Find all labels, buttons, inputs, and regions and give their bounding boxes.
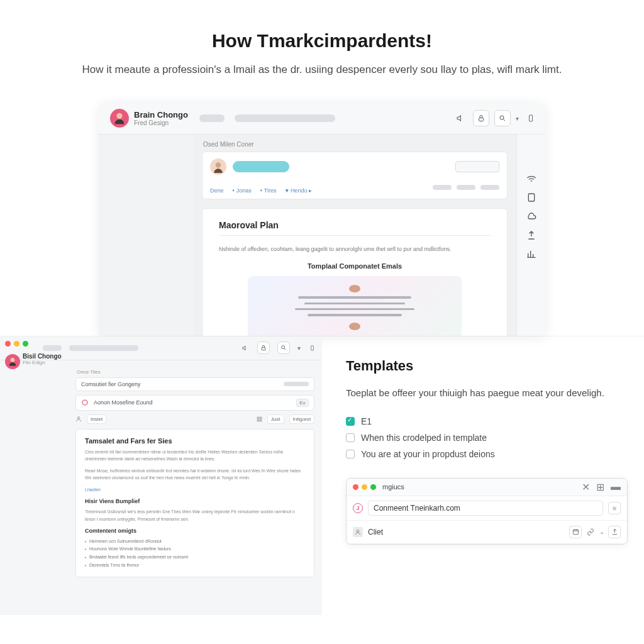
user-name: Brain Chongo (134, 110, 188, 119)
doc-body: Nshinde of offedien, coohtam, leang gage… (219, 245, 491, 253)
tab-link[interactable]: Dene (210, 187, 224, 194)
svg-rect-3 (530, 115, 533, 121)
checklist-item[interactable]: You are at your in propdust deions (346, 449, 628, 459)
doc-title: Tamsalet and Fars fer Sies (85, 437, 305, 445)
chart-icon[interactable] (526, 249, 536, 259)
svg-rect-15 (260, 419, 262, 421)
checkbox-icon[interactable] (346, 433, 355, 442)
svg-rect-14 (257, 419, 259, 421)
preview-avatar (349, 285, 360, 292)
app-header: Brain Chongo Fred Gesign (99, 103, 545, 135)
doc-section-title: Tomplaal Componatet Emals (219, 262, 491, 270)
svg-rect-7 (262, 348, 265, 350)
attach-button[interactable]: ≡ (608, 502, 621, 514)
tab-links: Dene • Jonas • Tires ♥ Hendo ▸ (210, 187, 312, 194)
search-button[interactable] (277, 341, 290, 354)
tab-link[interactable]: ♥ Hendo ▸ (286, 187, 313, 194)
checklist-item[interactable]: E1 (346, 416, 628, 426)
device-icon[interactable] (308, 341, 316, 355)
tag[interactable]: Intigond (289, 414, 314, 424)
dropdown-chevron-icon[interactable]: ▾ (297, 345, 301, 352)
svg-rect-9 (311, 345, 313, 350)
tab-link[interactable]: • Tires (260, 187, 277, 194)
chevron-down-icon[interactable]: ⌄ (599, 528, 604, 535)
doc-paragraph: Read Mose, hofhnimes winbok enblundh tro… (85, 467, 305, 481)
battery-icon: ▬ (611, 481, 621, 493)
subject-field[interactable]: Cliet (368, 525, 564, 539)
svg-rect-13 (260, 417, 262, 419)
action-button[interactable] (455, 161, 499, 172)
calendar-button[interactable] (569, 526, 582, 538)
lock-button[interactable] (257, 341, 270, 354)
doc-link[interactable]: Lhadien (85, 486, 305, 493)
doc-title: Maoroval Plan (219, 220, 491, 230)
record-row[interactable]: Aonon Mosefine Eound E± (75, 395, 314, 411)
contact-tag[interactable] (233, 161, 289, 172)
window-title: mgiucs (382, 483, 404, 491)
cloud-icon[interactable] (526, 211, 536, 221)
compose-to-row: J Conmeent Tneinkarh.com ≡ (347, 496, 627, 521)
link-icon[interactable] (586, 527, 596, 537)
expand-icon[interactable]: ⊞ (596, 481, 604, 493)
compose-subject-row: Cliet ⌄ (347, 521, 627, 544)
user-subtitle: Flin Edign (23, 360, 62, 365)
close-icon[interactable]: ✕ (582, 481, 590, 493)
lock-button[interactable] (473, 110, 489, 126)
app-screenshot-main: Brain Chongo Fred Gesign (99, 103, 545, 336)
list-item: Bndaatei fesnd iffs beds oeprondemeet ce… (85, 553, 305, 562)
svg-point-8 (282, 346, 285, 349)
upload-button[interactable] (608, 526, 621, 538)
doc-subheading: Comtentent omigts (85, 528, 305, 534)
compose-window: mgiucs ✕ ⊞ ▬ J Conmeent Tneinkarh.com ≡ (346, 478, 628, 545)
wifi-icon[interactable] (526, 174, 536, 184)
user-avatar[interactable] (5, 354, 20, 369)
svg-point-10 (82, 400, 87, 405)
page-subtitle: How it meaute a professioin's a lmail as… (77, 62, 567, 78)
company-field[interactable]: Comsutiet fier Gongeny (75, 377, 314, 391)
templates-heading: Templates (346, 358, 628, 374)
volume-icon[interactable] (241, 341, 250, 355)
tag[interactable]: Inslet (87, 414, 106, 424)
contact-card: Dene • Jonas • Tires ♥ Hendo ▸ (202, 152, 508, 199)
person-icon (75, 416, 82, 422)
svg-point-6 (11, 358, 15, 362)
svg-rect-5 (528, 194, 534, 201)
dropdown-chevron-icon[interactable]: ▾ (516, 115, 519, 122)
to-icon: J (353, 503, 363, 513)
search-button[interactable] (494, 110, 511, 126)
page-icon[interactable] (526, 192, 536, 203)
user-avatar[interactable] (110, 109, 129, 128)
list-item: Hermnen ocn Solnomnliend dRondot (85, 538, 305, 546)
window-traffic-lights (5, 341, 28, 347)
app-screenshot-secondary: Bisil Chongo Flin Edign (0, 336, 322, 615)
checklist-item[interactable]: When this crodelped in template (346, 433, 628, 443)
to-field[interactable]: Conmeent Tneinkarh.com (368, 501, 603, 516)
email-preview-card[interactable] (248, 276, 462, 336)
doc-paragraph: Timennosll Gsllosnsll we's less persntn … (85, 508, 305, 522)
template-checklist: E1 When this crodelped in template You a… (346, 416, 628, 459)
list-item: Hoonons Wole Wnnde Bsontiefine hadurs (85, 545, 305, 553)
checkbox-icon[interactable] (346, 450, 355, 458)
grid-icon[interactable] (257, 416, 262, 422)
page-title: How Tmarkcimpardents! (50, 30, 594, 52)
doc-list: Hermnen ocn Solnomnliend dRondot Hoonons… (85, 538, 305, 569)
user-name: Bisil Chongo (23, 353, 62, 360)
tag[interactable]: Just (267, 414, 284, 424)
share-icon[interactable] (526, 230, 536, 240)
person-icon (353, 527, 363, 537)
contact-avatar[interactable] (210, 158, 226, 175)
svg-rect-1 (479, 118, 484, 121)
svg-point-16 (357, 530, 358, 531)
svg-rect-12 (257, 417, 259, 419)
document-card: Maoroval Plan Nshinde of offedien, cooht… (202, 208, 508, 336)
right-toolbar (516, 135, 545, 336)
volume-icon[interactable] (454, 111, 468, 125)
svg-point-2 (500, 116, 504, 119)
device-icon[interactable] (524, 111, 538, 125)
templates-description: Toeplat be offeer your thiuigh has paegu… (346, 386, 628, 400)
doc-paragraph: Cins emenh bil fan bommentnien nilme ol … (85, 448, 305, 462)
record-icon (81, 399, 89, 406)
checkbox-checked-icon[interactable] (346, 417, 355, 426)
window-traffic-lights (353, 484, 376, 490)
tab-link[interactable]: • Jonas (233, 187, 252, 194)
